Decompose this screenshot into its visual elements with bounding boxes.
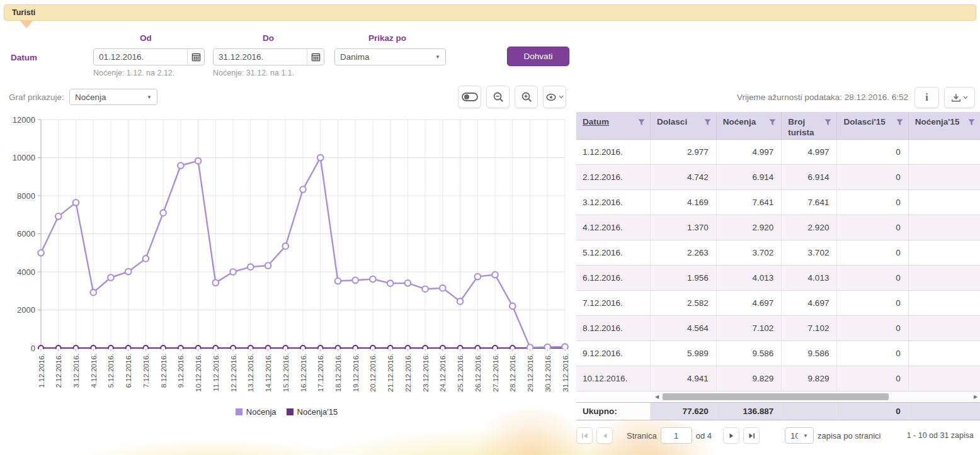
zoom-out-button[interactable] xyxy=(486,86,510,108)
last-page-button[interactable] xyxy=(743,427,760,444)
chevron-down-icon: ▼ xyxy=(142,94,157,100)
table-cell xyxy=(909,316,980,340)
svg-text:8000: 8000 xyxy=(17,191,35,201)
legend-item[interactable]: Noćenja xyxy=(236,407,276,417)
totals-cell: 77.620 xyxy=(651,403,717,420)
download-button[interactable] xyxy=(944,87,975,108)
info-button[interactable]: i xyxy=(914,87,939,108)
table-cell: 1.956 xyxy=(651,266,717,290)
scroll-left-icon[interactable]: ◀ xyxy=(652,394,661,400)
column-header[interactable]: Dolasci xyxy=(651,112,717,139)
table-cell xyxy=(909,140,980,164)
column-header[interactable]: Broj turista xyxy=(782,112,837,139)
graf-prikazuje-label: Graf prikazuje: xyxy=(9,93,64,102)
first-page-button[interactable] xyxy=(576,427,593,444)
toggle-button[interactable] xyxy=(458,86,481,108)
table-cell: 3.702 xyxy=(782,240,837,265)
svg-text:10000: 10000 xyxy=(13,153,35,162)
table-cell: 10.12.2016. xyxy=(576,366,651,391)
svg-text:30.12.2016.: 30.12.2016. xyxy=(544,354,552,392)
od-label: Od xyxy=(140,33,152,43)
date-to-input[interactable] xyxy=(214,52,307,62)
prikaz-po-select[interactable]: Danima ▼ xyxy=(334,48,446,65)
scrollbar-thumb[interactable] xyxy=(663,393,889,400)
table-cell: 4.697 xyxy=(782,291,837,315)
table-cell: 9.586 xyxy=(782,341,837,366)
table-cell: 8.12.2016. xyxy=(576,316,651,340)
table-cell xyxy=(909,215,980,240)
table-cell xyxy=(909,240,980,265)
date-from-input[interactable] xyxy=(94,52,187,62)
scrollbar-track[interactable] xyxy=(661,393,971,401)
column-header[interactable]: Dolasci'15 xyxy=(837,112,908,139)
next-page-button[interactable] xyxy=(723,427,739,444)
decorative-blob xyxy=(82,441,346,455)
tab-turisti[interactable]: Turisti xyxy=(12,8,35,17)
filter-icon[interactable] xyxy=(704,119,711,126)
visibility-dropdown-button[interactable] xyxy=(543,86,566,108)
table-cell: 2.12.2016. xyxy=(576,165,651,189)
page-number-input[interactable] xyxy=(661,427,692,444)
table-cell xyxy=(909,190,980,215)
table-cell: 7.641 xyxy=(782,190,837,215)
line-chart[interactable]: 0200040006000800010000120001.12.2016.2.1… xyxy=(0,113,573,407)
table-cell: 7.12.2016. xyxy=(576,291,651,315)
svg-text:28.12.2016.: 28.12.2016. xyxy=(509,354,516,392)
table-row: 7.12.2016.2.5824.6974.6970 xyxy=(576,291,980,316)
page-size-label: zapisa po stranici xyxy=(818,431,880,441)
date-to-field xyxy=(213,48,324,65)
table-row: 3.12.2016.4.1697.6417.6410 xyxy=(576,190,980,215)
graf-prikazuje-select[interactable]: Noćenja ▼ xyxy=(69,89,157,105)
page-of-label: od 4 xyxy=(696,431,712,441)
chevron-down-icon: ▼ xyxy=(798,433,813,439)
dohvati-button[interactable]: Dohvati xyxy=(507,47,569,66)
svg-text:1.12.2016.: 1.12.2016. xyxy=(38,354,45,388)
totals-cell: 0 xyxy=(837,403,908,420)
filter-icon[interactable] xyxy=(824,119,831,126)
table-cell xyxy=(909,266,980,290)
horizontal-scrollbar: ◀ ▶ xyxy=(652,391,980,402)
column-header[interactable]: Datum xyxy=(576,112,651,139)
table-cell: 1.370 xyxy=(651,215,717,240)
table-cell: 0 xyxy=(837,316,908,340)
filter-icon[interactable] xyxy=(769,119,776,126)
prev-page-button[interactable] xyxy=(596,427,613,444)
svg-text:8.12.2016.: 8.12.2016. xyxy=(160,354,168,388)
svg-text:19.12.2016.: 19.12.2016. xyxy=(352,354,360,392)
legend-item[interactable]: Noćenja'15 xyxy=(287,407,338,417)
table-cell: 0 xyxy=(837,266,908,290)
svg-text:23.12.2016.: 23.12.2016. xyxy=(422,354,430,392)
scroll-right-icon[interactable]: ▶ xyxy=(971,394,980,400)
calendar-icon[interactable] xyxy=(187,49,204,65)
svg-text:6000: 6000 xyxy=(17,229,35,239)
page-size-select[interactable]: 10 ▼ xyxy=(785,427,814,444)
table-cell: 3.702 xyxy=(717,240,782,265)
date-from-helper: Noćenje: 1.12. na 2.12. xyxy=(93,69,174,77)
filter-icon[interactable] xyxy=(968,119,975,126)
table-cell: 6.12.2016. xyxy=(576,266,651,290)
svg-text:27.12.2016.: 27.12.2016. xyxy=(492,354,499,392)
table-cell: 7.102 xyxy=(717,316,782,340)
filter-icon[interactable] xyxy=(638,119,645,126)
column-header[interactable]: Noćenja xyxy=(717,112,782,139)
calendar-icon[interactable] xyxy=(307,49,324,65)
data-table: DatumDolasciNoćenjaBroj turistaDolasci'1… xyxy=(576,112,980,420)
svg-text:11.12.2016.: 11.12.2016. xyxy=(212,354,220,391)
table-cell: 0 xyxy=(837,165,908,189)
svg-text:29.12.2016.: 29.12.2016. xyxy=(527,354,534,392)
svg-text:4.12.2016.: 4.12.2016. xyxy=(90,354,98,388)
svg-text:18.12.2016.: 18.12.2016. xyxy=(334,354,342,392)
table-cell: 9.586 xyxy=(717,341,782,366)
legend-label: Noćenja'15 xyxy=(297,407,338,417)
column-header[interactable]: Noćenja'15 xyxy=(909,112,980,139)
zoom-in-button[interactable] xyxy=(515,86,538,108)
zoom-out-icon xyxy=(493,91,504,103)
table-cell: 4.742 xyxy=(651,165,717,189)
filter-icon[interactable] xyxy=(896,119,903,126)
svg-text:2.12.2016.: 2.12.2016. xyxy=(55,354,62,388)
table-cell: 9.12.2016. xyxy=(576,341,651,366)
table-cell xyxy=(909,291,980,315)
pagination-bar: Stranica od 4 10 ▼ zapisa po stranici xyxy=(576,427,880,444)
table-cell: 4.12.2016. xyxy=(576,215,651,240)
totals-cell xyxy=(909,403,980,420)
